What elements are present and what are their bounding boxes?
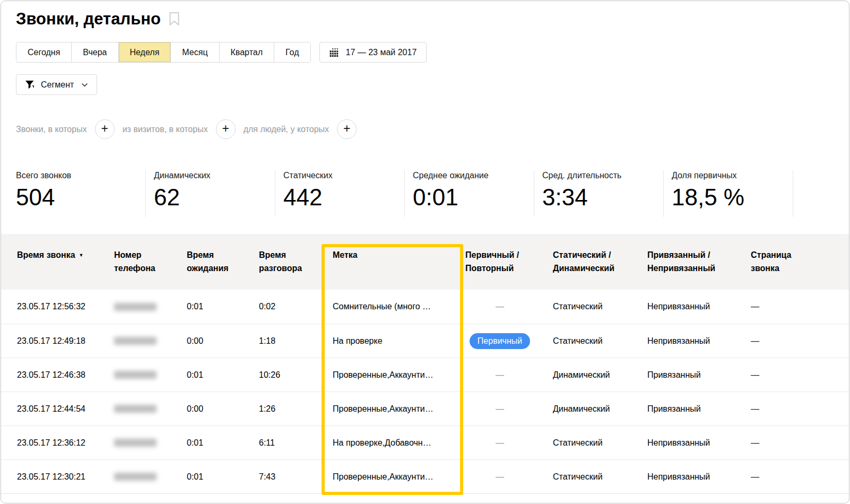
column-header: Страница звонка <box>751 234 849 290</box>
cell-call-page: — <box>751 336 849 346</box>
metric-value: 442 <box>283 184 399 211</box>
cell-call-time: 23.05.17 12:46:38 <box>17 370 114 380</box>
filter-builder-row: Звонки, в которых + из визитов, в которы… <box>16 119 849 139</box>
cell-label: Проверенные,Аккаунти… <box>333 404 465 414</box>
metric-value: 62 <box>154 184 270 211</box>
summary-metrics: Всего звонков 504 Динамических 62 Статич… <box>16 170 849 217</box>
cell-static-dynamic: Динамический <box>553 404 647 414</box>
cell-call-time: 23.05.17 12:30:21 <box>17 472 114 482</box>
table-row[interactable]: 23.05.17 12:36:120:016:11На проверке,Доб… <box>1 425 849 459</box>
column-header: Время разговора <box>259 234 333 290</box>
cell-label: Сомнительные (много … <box>333 302 465 311</box>
cell-wait-time: 0:01 <box>187 370 259 380</box>
metric-label: Среднее ожидание <box>413 171 528 180</box>
phone-number-blurred <box>114 473 157 481</box>
cell-wait-time: 0:01 <box>187 438 259 448</box>
column-header: Статический / Динамический <box>553 234 647 290</box>
add-people-filter-button[interactable]: + <box>337 119 357 139</box>
cell-binding: Непривязанный <box>647 438 751 448</box>
metric-value: 504 <box>16 184 140 211</box>
metric-value: 0:01 <box>413 184 528 211</box>
column-header-call-time[interactable]: Время звонка▼ <box>17 234 114 290</box>
cell-wait-time: 0:00 <box>187 336 259 346</box>
segment-button[interactable]: Сегмент <box>16 74 97 95</box>
metric-label: Динамических <box>154 171 270 180</box>
table-row[interactable]: 23.05.17 12:46:380:0110:26Проверенные,Ак… <box>1 358 849 392</box>
cell-binding: Непривязанный <box>647 336 751 346</box>
metric-avg-wait: Среднее ожидание 0:01 <box>404 170 534 217</box>
cell-label: На проверке,Добавочн… <box>333 438 465 448</box>
sort-desc-icon: ▼ <box>79 253 84 258</box>
cell-phone-number <box>114 439 187 447</box>
cell-primary-repeat: — <box>465 404 534 414</box>
add-visit-filter-button[interactable]: + <box>216 119 236 139</box>
cell-wait-time: 0:00 <box>187 404 259 414</box>
add-call-filter-button[interactable]: + <box>95 119 115 139</box>
cell-call-time: 23.05.17 12:44:54 <box>17 404 114 414</box>
chevron-down-icon <box>81 83 88 87</box>
metric-label: Статических <box>283 171 399 180</box>
tab-month[interactable]: Месяц <box>170 42 219 62</box>
tab-yesterday[interactable]: Вчера <box>71 42 118 62</box>
cell-binding: Непривязанный <box>647 302 751 311</box>
column-header: Номер телефона <box>114 234 187 290</box>
tab-week[interactable]: Неделя <box>118 42 171 62</box>
filter-label-visits: из визитов, в которых <box>123 125 208 134</box>
phone-number-blurred <box>114 303 157 311</box>
column-header-label: Время звонка <box>17 250 75 259</box>
date-range-picker[interactable]: 17 — 23 май 2017 <box>319 42 427 63</box>
cell-primary-repeat: — <box>465 370 534 380</box>
column-header: Первичный / Повторный <box>465 234 553 290</box>
phone-number-blurred <box>114 337 157 345</box>
cell-talk-time: 10:26 <box>259 370 333 380</box>
table-row[interactable]: 23.05.17 12:56:320:010:02Сомнительные (м… <box>1 290 849 324</box>
cell-call-time: 23.05.17 12:36:12 <box>17 438 114 448</box>
table-row[interactable]: 23.05.17 12:44:540:001:26Проверенные,Акк… <box>1 392 849 425</box>
cell-talk-time: 1:18 <box>259 336 333 346</box>
cell-phone-number <box>114 371 187 379</box>
dash: — <box>496 404 504 414</box>
tab-quarter[interactable]: Квартал <box>219 42 274 62</box>
metric-value: 3:34 <box>542 184 658 211</box>
cell-static-dynamic: Динамический <box>553 370 647 380</box>
metric-label: Доля первичных <box>672 171 787 180</box>
bookmark-icon[interactable] <box>169 12 180 27</box>
cell-primary-repeat: — <box>465 438 534 448</box>
cell-primary-repeat: — <box>465 302 534 311</box>
calendar-dots-icon <box>329 48 339 57</box>
phone-number-blurred <box>114 405 157 413</box>
cell-static-dynamic: Статический <box>553 472 647 482</box>
column-header: Метка <box>333 234 465 290</box>
table-row[interactable]: 23.05.17 12:49:180:001:18На проверкеПерв… <box>1 324 849 358</box>
cell-wait-time: 0:01 <box>187 302 259 311</box>
cell-phone-number <box>114 303 187 311</box>
cell-talk-time: 1:26 <box>259 404 333 414</box>
phone-number-blurred <box>114 439 157 447</box>
filter-label-calls: Звонки, в которых <box>16 125 87 134</box>
page: Звонки, детально Сегодня Вчера Неделя Ме… <box>1 1 849 503</box>
cell-primary-repeat: — <box>465 472 534 482</box>
cell-talk-time: 6:11 <box>259 438 333 448</box>
metric-dynamic: Динамических 62 <box>145 170 275 217</box>
tab-year[interactable]: Год <box>274 42 310 62</box>
cell-binding: Привязанный <box>647 404 751 414</box>
metric-static: Статических 442 <box>275 170 404 217</box>
cell-phone-number <box>114 473 187 481</box>
metric-value: 18,5 % <box>672 184 787 211</box>
cell-label: Проверенные,Аккаунти… <box>333 370 465 380</box>
cell-label: Проверенные,Аккаунти… <box>333 472 465 482</box>
calls-table: Время звонка▼Номер телефонаВремя ожидани… <box>1 234 849 494</box>
cell-static-dynamic: Статический <box>553 302 647 311</box>
table-row[interactable]: 23.05.17 12:30:210:017:43Проверенные,Акк… <box>1 459 849 493</box>
tab-today[interactable]: Сегодня <box>16 42 71 62</box>
dash: — <box>496 302 504 311</box>
column-header: Привязанный / Непривязанный <box>647 234 751 290</box>
page-title: Звонки, детально <box>16 10 161 29</box>
metric-total-calls: Всего звонков 504 <box>16 170 145 217</box>
metric-label: Всего звонков <box>16 171 140 180</box>
cell-primary-repeat: Первичный <box>465 333 534 349</box>
table-header: Время звонка▼Номер телефонаВремя ожидани… <box>1 234 849 290</box>
page-header: Звонки, детально <box>16 10 849 29</box>
metric-primary-share: Доля первичных 18,5 % <box>663 170 793 217</box>
column-header: Время ожидания <box>187 234 259 290</box>
